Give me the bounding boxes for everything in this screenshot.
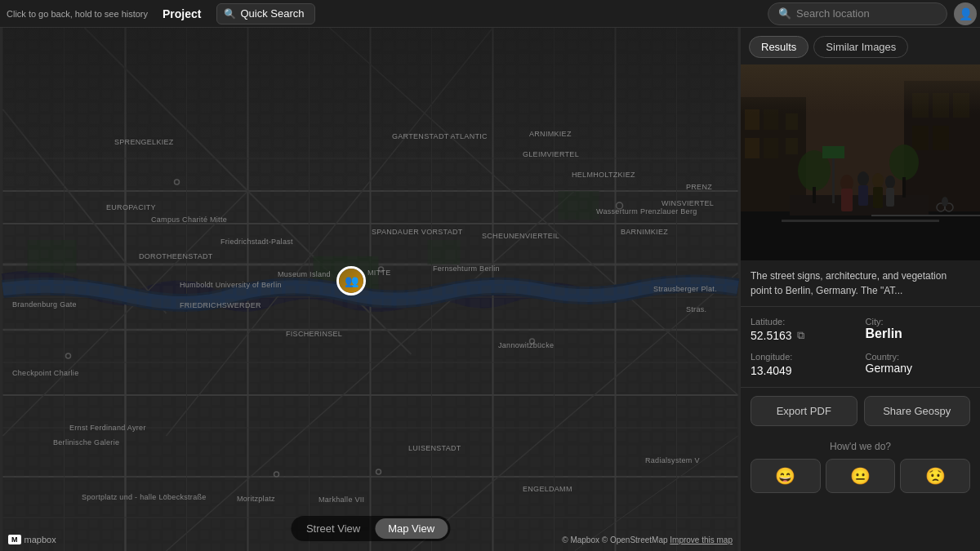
emoji-row: 😄 😐 😟 (751, 459, 970, 493)
action-buttons: Export PDF Share Geospy (741, 388, 980, 434)
main-content: GARTENSTADT ATLANTICARNIMKIEZGLEIMVIERTE… (0, 28, 980, 551)
mapbox-logo: M mapbox (8, 535, 56, 544)
tab-results[interactable]: Results (749, 36, 808, 58)
latitude-item: Latitude: 52.5163 ⧉ (751, 317, 856, 342)
latitude-value: 52.5163 ⧉ (751, 329, 856, 342)
share-geospy-button[interactable]: Share Geospy (864, 396, 971, 426)
export-pdf-button[interactable]: Export PDF (751, 396, 858, 426)
improve-map-link[interactable]: Improve this map (670, 535, 733, 544)
project-button[interactable]: Project (154, 0, 209, 27)
map-attribution: © Mapbox © OpenStreetMap Improve this ma… (562, 535, 733, 544)
country-label: Country: (866, 352, 971, 362)
street-photo (741, 64, 980, 260)
result-caption: The street signs, architecture, and vege… (741, 260, 980, 307)
hint-text: Click to go back, hold to see history (0, 9, 154, 19)
location-pin[interactable]: 👥 (336, 266, 366, 295)
city-item: City: Berlin (866, 317, 971, 342)
country-item: Country: Germany (866, 352, 971, 377)
result-image[interactable] (741, 64, 980, 260)
svg-rect-61 (933, 126, 949, 150)
svg-rect-54 (786, 113, 798, 130)
view-toggle: Street View Map View (291, 516, 450, 541)
longitude-label: Longitude: (751, 352, 856, 362)
svg-rect-60 (912, 126, 929, 150)
svg-point-80 (942, 197, 948, 207)
svg-point-71 (858, 171, 869, 186)
latitude-label: Latitude: (751, 317, 856, 327)
svg-rect-62 (741, 211, 980, 260)
svg-point-73 (872, 173, 884, 188)
copy-latitude-button[interactable]: ⧉ (797, 329, 804, 342)
longitude-item: Longitude: 13.4049 (751, 352, 856, 377)
longitude-value: 13.4049 (751, 364, 856, 377)
map-area[interactable]: GARTENSTADT ATLANTICARNIMKIEZGLEIMVIERTE… (0, 28, 741, 551)
tab-similar-images[interactable]: Similar Images (813, 36, 908, 58)
quick-search-button[interactable]: 🔍 Quick Search (216, 3, 315, 24)
svg-rect-40 (3, 28, 738, 191)
map-view-button[interactable]: Map View (375, 518, 448, 539)
map-svg (0, 28, 741, 551)
view-toggle-container: Street View Map View (291, 516, 450, 544)
svg-rect-70 (841, 189, 853, 211)
city-label: City: (866, 317, 971, 327)
search-icon: 🔍 (224, 8, 236, 20)
photo-svg (741, 64, 980, 260)
svg-rect-68 (902, 177, 906, 198)
avatar[interactable]: 👤 (954, 2, 977, 25)
feedback-section: How'd we do? 😄 😐 😟 (741, 434, 980, 500)
location-search-container: 🔍 (768, 2, 947, 25)
svg-point-67 (889, 144, 919, 180)
city-value: Berlin (866, 327, 971, 341)
coords-section: Latitude: 52.5163 ⧉ City: Berlin Longitu… (741, 307, 980, 388)
svg-rect-66 (813, 187, 816, 203)
location-search-input[interactable] (796, 7, 937, 20)
mapbox-logo-box: M (8, 535, 21, 544)
svg-rect-76 (886, 188, 894, 207)
svg-rect-63 (782, 220, 939, 222)
svg-rect-55 (786, 138, 798, 154)
panel-tabs: Results Similar Images (741, 28, 980, 58)
location-search-icon: 🔍 (778, 7, 791, 20)
svg-rect-72 (858, 185, 868, 206)
feedback-label: How'd we do? (751, 441, 970, 452)
svg-rect-74 (873, 187, 883, 208)
street-view-button[interactable]: Street View (293, 518, 373, 539)
emoji-happy-button[interactable]: 😄 (751, 459, 821, 493)
emoji-sad-button[interactable]: 😟 (900, 459, 970, 493)
svg-rect-82 (822, 146, 844, 158)
svg-rect-83 (741, 64, 980, 113)
topbar: Click to go back, hold to see history Pr… (0, 0, 980, 28)
emoji-neutral-button[interactable]: 😐 (826, 459, 896, 493)
svg-point-75 (885, 176, 895, 189)
country-value: Germany (866, 362, 971, 375)
right-panel: Results Similar Images (741, 28, 980, 551)
svg-rect-53 (764, 138, 778, 158)
svg-rect-51 (745, 138, 760, 158)
